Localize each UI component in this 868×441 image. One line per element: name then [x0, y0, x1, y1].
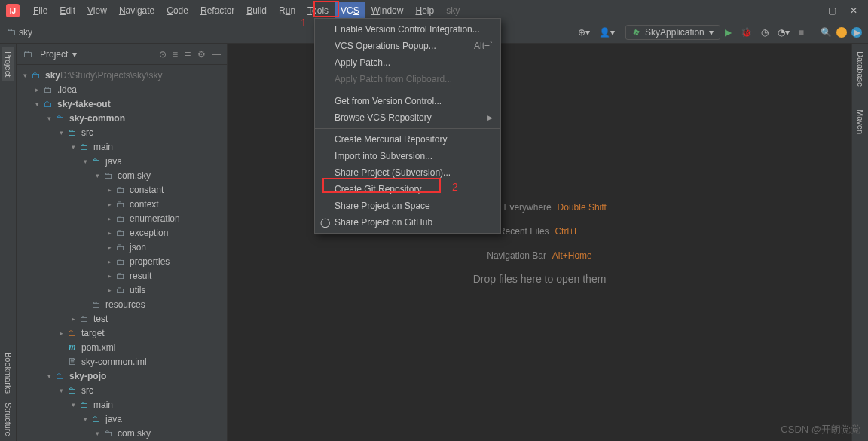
run-with-coverage-button[interactable]: ◔▾ [773, 26, 794, 39]
tree-item[interactable]: 🗀resources [17, 297, 227, 311]
minimize-button[interactable]: — [805, 5, 815, 16]
menu-vcs[interactable]: VCS [335, 2, 365, 19]
tree-arrow[interactable]: ▸ [104, 272, 115, 280]
collapse-all-icon[interactable]: ≣ [184, 49, 191, 60]
tree-arrow[interactable]: ▸ [56, 329, 66, 337]
tree-arrow[interactable]: ▸ [104, 286, 115, 294]
vcs-menu-item[interactable]: Create Git Repository... [315, 181, 500, 198]
tree-arrow[interactable]: ▾ [80, 415, 90, 423]
tree-arrow[interactable]: ▾ [68, 143, 78, 151]
run-button[interactable]: ▶ [720, 26, 736, 39]
search-button[interactable]: 🔍 [816, 26, 836, 39]
tree-arrow[interactable]: ▸ [104, 258, 115, 265]
tree-item[interactable]: ▸🗀exception [17, 225, 227, 240]
hide-icon[interactable]: — [212, 49, 221, 60]
tree-arrow[interactable]: ▸ [104, 201, 115, 208]
tree-item[interactable]: ▾🗀sky D:\Study\Projects\sky\sky [17, 68, 227, 82]
add-config-button[interactable]: ⊕▾ [573, 26, 594, 39]
expand-all-icon[interactable]: ≡ [173, 49, 178, 60]
tree-arrow[interactable]: ▸ [104, 229, 115, 237]
tree-item[interactable]: ▾🗀com.sky [17, 168, 227, 182]
tree-item[interactable]: ▾🗀com.sky [17, 426, 227, 440]
vcs-menu-item[interactable]: Share Project on Space [315, 198, 500, 214]
profile-button[interactable]: ◷ [756, 26, 773, 39]
tree-item[interactable]: mpom.xml [17, 340, 227, 354]
close-button[interactable]: ✕ [850, 5, 857, 16]
project-tree[interactable]: ▾🗀sky D:\Study\Projects\sky\sky▸🗀.idea▾🗀… [17, 65, 227, 441]
tree-arrow[interactable]: ▸ [68, 315, 78, 323]
tree-item[interactable]: ▸🗀target [17, 326, 227, 340]
tree-arrow[interactable]: ▸ [104, 243, 115, 251]
tree-item[interactable]: ▾🗀sky-common [17, 111, 227, 125]
tree-item[interactable]: ▸🗀properties [17, 254, 227, 268]
settings-icon[interactable]: ⚙ [197, 49, 206, 60]
breadcrumb-project[interactable]: sky [19, 27, 32, 38]
tree-item[interactable]: ▸🗀test [17, 311, 227, 326]
menu-edit[interactable]: Edit [53, 2, 81, 19]
vcs-menu-item[interactable]: Get from Version Control... [315, 93, 500, 109]
tool-maven[interactable]: Maven [854, 105, 866, 139]
tree-item[interactable]: ▸🗀context [17, 197, 227, 211]
tree-item[interactable]: ▸🗀utils [17, 283, 227, 297]
vcs-menu-item[interactable]: ◯Share Project on GitHub [315, 214, 500, 231]
vcs-menu-item[interactable]: Enable Version Control Integration... [315, 21, 500, 38]
vcs-menu-item[interactable]: Browse VCS Repository▶ [315, 109, 500, 126]
tool-structure[interactable]: Structure [2, 398, 14, 441]
menu-view[interactable]: View [81, 2, 113, 19]
chevron-down-icon[interactable]: ▾ [72, 49, 77, 60]
tree-item[interactable]: ▸🗀constant [17, 182, 227, 197]
vcs-menu-item[interactable]: Import into Subversion... [315, 148, 500, 164]
tree-arrow[interactable]: ▾ [92, 430, 102, 437]
tree-arrow[interactable]: ▸ [104, 215, 115, 222]
vcs-menu-item[interactable]: Share Project (Subversion)... [315, 164, 500, 181]
select-opened-icon[interactable]: ⊙ [159, 49, 167, 60]
tree-item[interactable]: ▾🗀java [17, 412, 227, 426]
user-button[interactable]: 👤▾ [594, 26, 619, 39]
tree-item[interactable]: ▾🗀main [17, 397, 227, 412]
tree-item[interactable]: ▾🗀sky-take-out [17, 96, 227, 111]
menu-build[interactable]: Build [240, 2, 273, 19]
menu-window[interactable]: Window [365, 2, 410, 19]
run-config-selector[interactable]: ❖ SkyApplication ▾ [625, 25, 720, 40]
tree-item[interactable]: ▸🗀result [17, 268, 227, 283]
tree-item[interactable]: ▾🗀java [17, 154, 227, 168]
tool-database[interactable]: Database [854, 47, 866, 91]
menu-run[interactable]: Run [273, 2, 301, 19]
tool-bookmarks[interactable]: Bookmarks [2, 348, 14, 398]
menu-code[interactable]: Code [160, 2, 194, 19]
tree-item[interactable]: ▾🗀main [17, 139, 227, 154]
ide-update-icon[interactable] [836, 27, 847, 38]
menu-navigate[interactable]: Navigate [113, 2, 160, 19]
menu-help[interactable]: Help [409, 2, 440, 19]
tool-project[interactable]: Project [2, 47, 14, 81]
tree-item[interactable]: ▾🗀sky-pojo [17, 369, 227, 383]
tree-item[interactable]: 🖹sky-common.iml [17, 354, 227, 369]
tree-arrow[interactable]: ▾ [20, 72, 30, 79]
tree-item[interactable]: ▸🗀.idea [17, 82, 227, 96]
avatar[interactable]: ▶ [851, 27, 862, 38]
stop-button[interactable]: ■ [794, 26, 808, 39]
tree-item[interactable]: ▸🗀enumeration [17, 211, 227, 225]
tree-item[interactable]: ▾🗀src [17, 125, 227, 139]
tree-arrow[interactable]: ▾ [56, 387, 66, 394]
tree-arrow[interactable]: ▾ [44, 115, 54, 122]
maximize-button[interactable]: ▢ [828, 5, 836, 16]
tree-arrow[interactable]: ▾ [80, 158, 90, 165]
vcs-menu-item[interactable]: Apply Patch... [315, 54, 500, 71]
tree-arrow[interactable]: ▾ [44, 372, 54, 380]
tree-item[interactable]: ▸🗀json [17, 240, 227, 254]
menu-refactor[interactable]: Refactor [194, 2, 240, 19]
vcs-menu-item[interactable]: Create Mercurial Repository [315, 131, 500, 148]
vcs-menu-item[interactable]: VCS Operations Popup...Alt+` [315, 38, 500, 54]
tree-arrow[interactable]: ▸ [104, 186, 115, 194]
tree-arrow[interactable]: ▾ [32, 100, 42, 108]
sidebar-title[interactable]: Project [40, 49, 68, 60]
tree-arrow[interactable]: ▾ [56, 129, 66, 136]
menu-file[interactable]: File [27, 2, 53, 19]
debug-button[interactable]: 🐞 [736, 26, 756, 39]
tree-arrow[interactable]: ▾ [68, 401, 78, 409]
menu-item-label: Apply Patch... [335, 57, 390, 68]
tree-arrow[interactable]: ▸ [32, 86, 42, 93]
tree-arrow[interactable]: ▾ [92, 172, 102, 179]
tree-item[interactable]: ▾🗀src [17, 383, 227, 397]
